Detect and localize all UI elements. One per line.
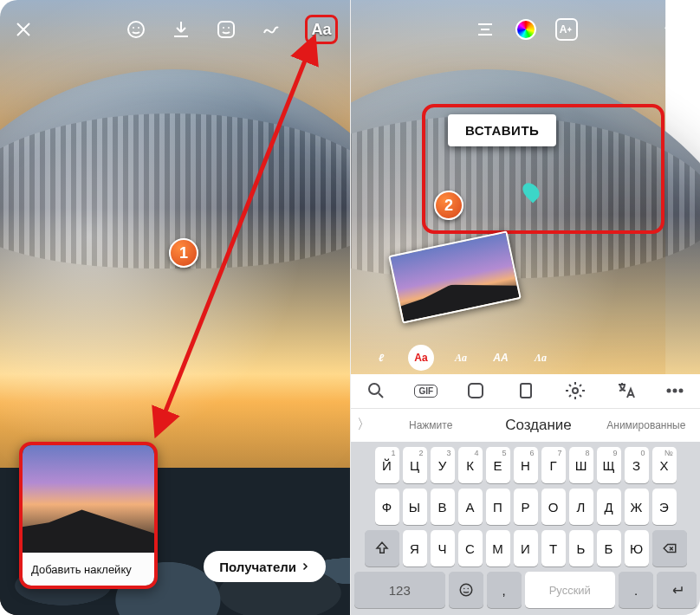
numeric-key[interactable]: 123	[354, 572, 445, 608]
key[interactable]: Б	[597, 530, 621, 566]
key[interactable]: В	[431, 489, 455, 525]
suggestion[interactable]: Создание	[484, 417, 592, 434]
svg-point-0	[128, 22, 144, 37]
key[interactable]: М	[486, 530, 510, 566]
more-icon[interactable]	[664, 379, 686, 402]
done-button[interactable]	[662, 16, 684, 42]
key[interactable]: С	[458, 530, 483, 566]
svg-point-12	[673, 390, 676, 392]
sticker-caption: Добавить наклейку	[23, 553, 154, 586]
recipients-button[interactable]: Получатели	[204, 551, 326, 582]
recipients-label: Получатели	[219, 560, 296, 574]
settings-icon[interactable]	[564, 379, 587, 402]
key[interactable]: Т	[541, 530, 566, 566]
step-marker-1: 1	[169, 238, 198, 268]
key[interactable]: П	[486, 489, 510, 525]
svg-rect-9	[521, 384, 531, 398]
gif-icon[interactable]: GIF	[414, 385, 438, 398]
svg-rect-3	[218, 22, 234, 37]
sticker-thumbnail	[23, 445, 154, 553]
key[interactable]: Э	[652, 489, 677, 525]
key[interactable]: З0	[625, 447, 649, 483]
key[interactable]: Н6	[514, 447, 538, 483]
expand-icon[interactable]: 〉	[351, 416, 377, 434]
close-icon[interactable]	[12, 18, 35, 41]
key[interactable]: Р	[514, 489, 538, 525]
add-sticker-popup[interactable]: Добавить наклейку узья	[19, 442, 158, 589]
text-tool-button[interactable]: Aa	[305, 15, 338, 44]
clipboard-icon[interactable]	[515, 379, 537, 402]
key[interactable]: А	[458, 489, 483, 525]
key[interactable]: Г7	[541, 447, 566, 483]
key[interactable]: У3	[431, 447, 455, 483]
svg-point-15	[463, 588, 465, 590]
svg-point-7	[369, 384, 379, 394]
emoji-key[interactable]	[449, 572, 483, 608]
svg-point-14	[460, 584, 472, 596]
enter-key[interactable]	[657, 572, 697, 608]
key[interactable]: Я	[403, 530, 427, 566]
key-grid: Й1Ц2У3К4Е5Н6Г7Ш8Щ9З0Х№ ФЫВАПРОЛДЖЭ ЯЧСМИ…	[351, 442, 700, 615]
key[interactable]: Х№	[652, 447, 677, 483]
text-effects-icon[interactable]: A✦	[555, 18, 578, 41]
key[interactable]: Ь	[569, 530, 593, 566]
font-option[interactable]: AA	[488, 345, 514, 371]
sticker-icon[interactable]	[464, 379, 487, 402]
svg-point-10	[573, 388, 578, 393]
key[interactable]: Ч	[431, 530, 455, 566]
keyboard: GIF 〉 Нажмите Создание Анимированные Й1Ц…	[351, 374, 700, 615]
svg-point-4	[223, 27, 224, 29]
suggestion[interactable]: Анимированные	[593, 419, 700, 431]
key[interactable]: Ю	[625, 530, 649, 566]
font-option[interactable]: Aa	[448, 345, 474, 371]
draw-icon[interactable]	[260, 18, 282, 41]
svg-point-5	[228, 27, 230, 29]
text-entry-screen: A✦ ВСТАВИТЬ 2 AA ℓ Aa Aa Aa Aa AA Λa GIF	[350, 0, 700, 615]
step-marker-2: 2	[434, 191, 463, 220]
svg-rect-8	[469, 384, 483, 398]
story-editor-screen: Aa 1 Добавить наклейку узья Получатели	[0, 0, 350, 615]
svg-point-1	[133, 27, 134, 29]
backspace-key[interactable]	[652, 530, 687, 566]
color-picker-icon[interactable]	[515, 19, 536, 40]
shift-key[interactable]	[365, 530, 399, 566]
suggestion-bar: 〉 Нажмите Создание Анимированные	[351, 408, 700, 442]
font-style-row: AA ℓ Aa Aa Aa Aa AA Λa	[351, 341, 700, 374]
paste-button[interactable]: ВСТАВИТЬ	[448, 114, 556, 146]
key[interactable]: Л	[569, 489, 593, 525]
key[interactable]: Ф	[375, 489, 399, 525]
key[interactable]: Щ9	[597, 447, 621, 483]
svg-point-16	[467, 588, 469, 590]
key[interactable]: Е5	[486, 447, 510, 483]
text-toolbar: A✦	[351, 12, 700, 47]
comma-key[interactable]: ,	[487, 572, 522, 608]
space-key[interactable]: Русский	[525, 572, 616, 608]
key[interactable]: Д	[597, 489, 621, 525]
face-filter-icon[interactable]	[125, 18, 147, 41]
period-key[interactable]: .	[619, 572, 653, 608]
chevron-right-icon	[300, 561, 310, 572]
key[interactable]: Ш8	[569, 447, 593, 483]
key[interactable]: К4	[458, 447, 483, 483]
font-option[interactable]: Λa	[528, 345, 554, 371]
search-icon[interactable]	[365, 379, 387, 402]
key[interactable]: И	[514, 530, 538, 566]
font-option[interactable]: ℓ	[368, 345, 394, 371]
editor-toolbar: Aa	[0, 12, 350, 47]
key[interactable]: Ы	[403, 489, 427, 525]
key[interactable]: Ж	[625, 489, 649, 525]
key[interactable]: О	[541, 489, 566, 525]
sticker-icon[interactable]	[215, 18, 237, 41]
translate-icon[interactable]	[614, 379, 637, 402]
svg-point-2	[138, 27, 139, 29]
svg-point-11	[667, 390, 670, 392]
key[interactable]: Ц2	[403, 447, 427, 483]
font-option-active[interactable]: Aa	[408, 345, 434, 371]
keyboard-toolbar: GIF	[351, 374, 700, 408]
suggestion[interactable]: Нажмите	[377, 419, 484, 431]
svg-point-13	[679, 390, 682, 392]
download-icon[interactable]	[170, 18, 192, 41]
align-icon[interactable]	[474, 18, 496, 41]
key[interactable]: Й1	[375, 447, 399, 483]
